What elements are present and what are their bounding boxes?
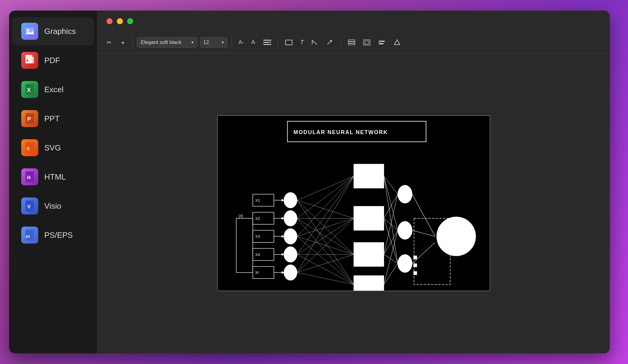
excel-icon: X: [21, 81, 38, 98]
pdf-icon: A: [21, 52, 38, 69]
sidebar-item-svg[interactable]: S SVG: [12, 134, 94, 162]
text-button[interactable]: T: [298, 37, 306, 48]
toolbar-divider-1: [132, 38, 133, 47]
svg-point-56: [284, 265, 297, 281]
sidebar-item-ppt[interactable]: P PPT: [12, 105, 94, 133]
svg-line-74: [297, 218, 354, 273]
svg-text:XI: XI: [255, 270, 259, 275]
svg-line-64: [297, 218, 354, 285]
graphics-icon: [21, 23, 38, 40]
svg-line-100: [412, 230, 435, 236]
svg-text:V: V: [27, 204, 31, 209]
font-name-label: Elegant soft black: [141, 39, 181, 46]
sidebar-item-graphics[interactable]: Graphics: [12, 17, 94, 45]
svg-point-81: [397, 185, 412, 203]
svg-rect-97: [413, 264, 417, 267]
svg-rect-79: [354, 242, 384, 266]
diagram-container: MODULAR NEURAL NETWORK [X] X1 X2 X3: [217, 115, 490, 291]
sidebar-label-ppt: PPT: [44, 114, 60, 123]
size-dropdown[interactable]: 12 ▾: [200, 37, 227, 48]
svg-point-83: [397, 254, 412, 273]
svg-line-101: [412, 242, 435, 264]
svg-line-92: [384, 254, 398, 264]
frame-button[interactable]: [360, 37, 373, 48]
svg-rect-78: [354, 206, 384, 230]
pseps-icon: ps: [21, 227, 38, 244]
scissors-button[interactable]: ✂: [103, 37, 115, 48]
sidebar-label-graphics: Graphics: [44, 27, 76, 36]
sidebar-item-excel[interactable]: X Excel: [12, 76, 94, 103]
svg-line-99: [412, 194, 435, 236]
svg-point-102: [437, 217, 476, 256]
align-left-button[interactable]: [376, 37, 388, 48]
svg-line-89: [384, 218, 398, 264]
svg-rect-20: [263, 42, 269, 43]
svg-rect-77: [354, 164, 384, 188]
svg-line-73: [297, 176, 354, 273]
svg-rect-30: [380, 41, 385, 42]
title-bar: [97, 11, 610, 32]
toolbar-divider-3: [278, 38, 278, 47]
layers-button[interactable]: [345, 37, 358, 48]
svg-point-52: [284, 192, 297, 208]
svg-rect-23: [285, 40, 292, 45]
svg-marker-22: [270, 41, 271, 43]
canvas-area[interactable]: MODULAR NEURAL NETWORK [X] X1 X2 X3: [97, 53, 610, 353]
sidebar: Graphics A PDF X Excel: [9, 11, 97, 353]
svg-rect-28: [365, 41, 369, 44]
svg-rect-96: [413, 256, 417, 259]
svg-line-76: [297, 272, 354, 285]
sidebar-label-html: HTML: [44, 172, 66, 182]
minimize-button[interactable]: [117, 18, 123, 24]
svg-text:S: S: [27, 146, 29, 151]
svg-marker-32: [394, 40, 400, 45]
svg-text:H: H: [27, 175, 31, 180]
svg-point-1: [27, 29, 29, 32]
sidebar-item-pdf[interactable]: A PDF: [12, 46, 94, 74]
svg-point-53: [284, 211, 297, 226]
align-button[interactable]: [261, 37, 274, 48]
decrease-font-button[interactable]: A-: [249, 37, 258, 47]
svg-text:MODULAR NEURAL NETWORK: MODULAR NEURAL NETWORK: [293, 129, 388, 135]
increase-font-button[interactable]: A+: [236, 37, 246, 47]
svg-text:X3: X3: [255, 234, 260, 239]
sidebar-label-pdf: PDF: [44, 56, 60, 65]
svg-rect-31: [380, 43, 383, 44]
sidebar-label-pseps: PS/EPS: [44, 231, 73, 240]
sidebar-item-visio[interactable]: V Visio: [12, 192, 94, 220]
svg-point-55: [284, 247, 297, 262]
svg-rect-80: [354, 275, 384, 291]
back-button[interactable]: ◂: [117, 37, 128, 48]
svg-rect-26: [348, 40, 355, 41]
svg-text:X4: X4: [255, 252, 260, 257]
neural-network-diagram: MODULAR NEURAL NETWORK [X] X1 X2 X3: [218, 116, 490, 291]
sidebar-item-html[interactable]: H HTML: [12, 163, 94, 191]
close-button[interactable]: [106, 18, 113, 24]
ppt-icon: P: [21, 110, 38, 127]
svg-point-54: [284, 228, 297, 244]
rectangle-button[interactable]: [282, 37, 295, 48]
main-content: ✂ ◂ Elegant soft black ▾ 12 ▾ A+ A-: [97, 11, 610, 353]
sidebar-label-visio: Visio: [44, 201, 61, 211]
svg-line-86: [384, 176, 398, 264]
svg-text:ps: ps: [26, 234, 30, 238]
sidebar-label-excel: Excel: [44, 85, 64, 94]
sidebar-label-svg: SVG: [44, 143, 61, 153]
visio-icon: V: [21, 197, 38, 214]
font-dropdown[interactable]: Elegant soft black ▾: [137, 37, 198, 48]
arrow-button[interactable]: [324, 37, 336, 48]
svg-line-87: [384, 194, 398, 218]
svg-text:X2: X2: [255, 216, 260, 221]
angle-button[interactable]: [309, 37, 321, 48]
app-window: Graphics A PDF X Excel: [9, 11, 610, 353]
svg-text:[X]: [X]: [238, 214, 243, 218]
distribute-button[interactable]: [391, 37, 403, 48]
svg-line-57: [297, 176, 354, 200]
sidebar-item-pseps[interactable]: ps PS/EPS: [12, 221, 94, 249]
svg-rect-5: [32, 57, 34, 63]
svg-line-68: [297, 236, 354, 285]
size-dropdown-arrow: ▾: [222, 40, 224, 45]
maximize-button[interactable]: [127, 18, 133, 24]
toolbar-divider-2: [231, 38, 232, 47]
svg-rect-19: [263, 40, 271, 41]
